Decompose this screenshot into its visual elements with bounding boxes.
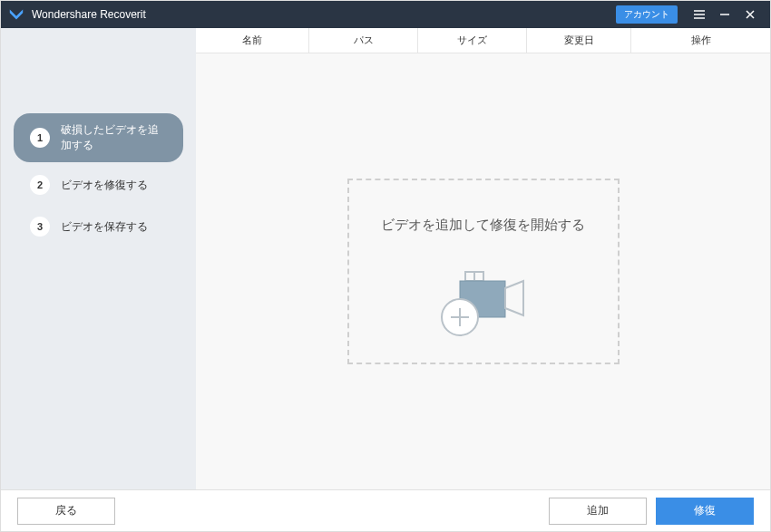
menu-icon[interactable]: [687, 2, 712, 27]
step-repair-video[interactable]: 2 ビデオを修復する: [14, 166, 183, 204]
svg-rect-1: [474, 272, 483, 281]
add-video-icon: [429, 261, 538, 346]
sidebar: 1 破損したビデオを追加する 2 ビデオを修復する 3 ビデオを保存する: [1, 28, 196, 489]
col-date[interactable]: 変更日: [527, 28, 631, 53]
table-header: 名前 パス サイズ 変更日 操作: [196, 28, 770, 53]
titlebar: Wondershare Recoverit アカウント: [1, 1, 770, 28]
drop-box[interactable]: ビデオを追加して修復を開始する: [347, 179, 620, 364]
col-op[interactable]: 操作: [631, 28, 770, 53]
col-name[interactable]: 名前: [196, 28, 309, 53]
step-save-video[interactable]: 3 ビデオを保存する: [14, 208, 183, 246]
step-number: 3: [30, 217, 50, 237]
drop-message: ビデオを追加して修復を開始する: [381, 217, 585, 234]
repair-button[interactable]: 修復: [656, 498, 754, 525]
main-panel: 名前 パス サイズ 変更日 操作 ビデオを追加して修復を開始する: [196, 28, 770, 489]
minimize-icon[interactable]: [712, 2, 737, 27]
step-number: 1: [30, 128, 50, 148]
col-path[interactable]: パス: [309, 28, 418, 53]
account-button[interactable]: アカウント: [616, 5, 678, 24]
step-label: 破損したビデオを追加する: [61, 122, 167, 153]
step-label: ビデオを修復する: [61, 178, 148, 193]
add-button[interactable]: 追加: [549, 498, 647, 525]
app-logo-icon: [8, 6, 24, 23]
drop-area: ビデオを追加して修復を開始する: [196, 53, 770, 489]
back-button[interactable]: 戻る: [17, 498, 115, 525]
step-number: 2: [30, 175, 50, 195]
step-label: ビデオを保存する: [61, 219, 148, 235]
app-title: Wondershare Recoverit: [32, 8, 616, 21]
footer: 戻る 追加 修復: [1, 489, 770, 531]
step-add-video[interactable]: 1 破損したビデオを追加する: [14, 113, 183, 162]
svg-rect-0: [465, 272, 474, 281]
close-icon[interactable]: [737, 2, 763, 27]
col-size[interactable]: サイズ: [418, 28, 527, 53]
